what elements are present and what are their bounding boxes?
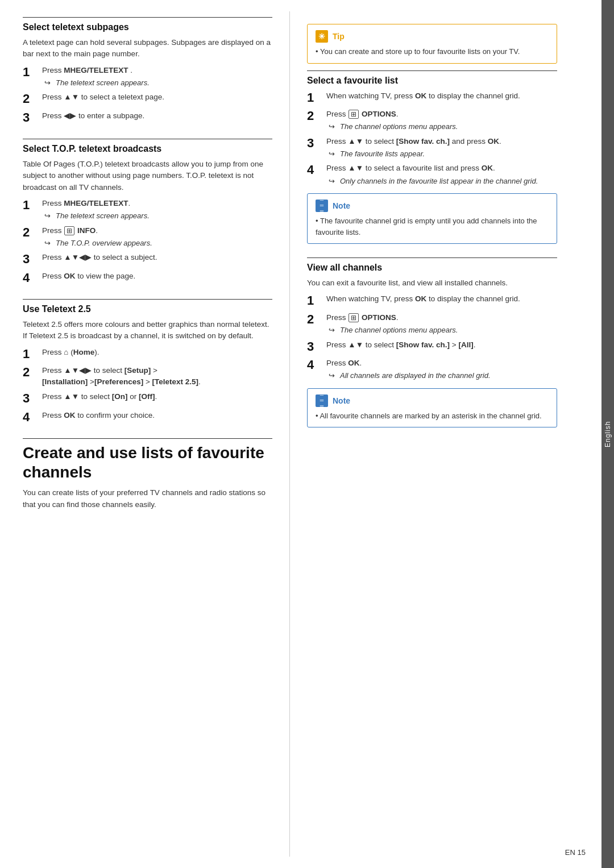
step-item: 3 Press ▲▼ to select [On] or [Off].: [23, 391, 272, 406]
key-label: MHEG/TELETEXT: [64, 66, 128, 74]
section-select-favourite-list: Select a favourite list 1 When watching …: [307, 70, 557, 244]
section-title: View all channels: [307, 263, 557, 273]
step-number: 2: [307, 312, 323, 327]
step-item: 4 Press OK. ↪ All channels are displayed…: [307, 358, 557, 381]
step-item: 4 Press OK to view the page.: [23, 271, 272, 285]
section-body: Table Of Pages (T.O.P.) teletext broadca…: [23, 159, 272, 193]
options-icon-sym: ⊞: [349, 313, 359, 322]
arrow-symbol: ↪: [329, 370, 338, 381]
tip-icon: ✳: [316, 30, 328, 43]
step-list: 1 When watching TV, press OK to display …: [307, 90, 557, 187]
key-label: OK: [482, 164, 493, 172]
arrow-text: The channel options menu appears.: [340, 121, 458, 132]
note-text: The favourite channel grid is empty unti…: [316, 217, 537, 236]
sidebar-language-label: English: [601, 0, 614, 868]
step-item: 2 Press ▲▼◀▶ to select [Setup] > [Instal…: [23, 365, 272, 388]
step-number: 3: [23, 110, 39, 125]
step-content: Press MHEG/TELETEXT. ↪ The teletext scre…: [42, 198, 272, 222]
symbol: ▲▼: [348, 340, 363, 349]
arrow-item: ↪ The favourite lists appear.: [326, 148, 557, 160]
step-item: 2 Press ⊞ OPTIONS. ↪ The channel options…: [307, 312, 557, 336]
step-content: Press ⊞ OPTIONS. ↪ The channel options m…: [326, 109, 557, 132]
key-label: OK: [415, 92, 426, 100]
divider: [307, 70, 557, 71]
note-text: All favourite channels are marked by an …: [320, 412, 541, 420]
step-content: Press ▲▼ to select [On] or [Off].: [42, 391, 272, 402]
key-label: Home: [73, 348, 95, 356]
left-column: Select teletext subpages A teletext page…: [0, 11, 290, 857]
key-label: INFO: [77, 226, 96, 235]
step-content: Press ▲▼ to select [Show fav. ch.] > [Al…: [326, 339, 557, 351]
key-label: [Off]: [139, 392, 155, 401]
arrow-item: ↪ The channel options menu appears.: [326, 325, 557, 336]
arrow-item: ↪ Only channels in the favourite list ap…: [326, 176, 557, 187]
step-content: Press OK to confirm your choice.: [42, 410, 272, 421]
step-number: 4: [23, 271, 39, 285]
note-icon: ═══: [316, 200, 328, 212]
step-number: 3: [307, 136, 323, 151]
page-container: Select teletext subpages A teletext page…: [0, 0, 614, 868]
section-create-favourite: Create and use lists of favourite channe…: [23, 438, 272, 510]
section-title: Select teletext subpages: [23, 22, 272, 32]
step-number: 2: [307, 109, 323, 123]
step-content: When watching TV, press OK to display th…: [326, 293, 557, 305]
arrow-text: The channel options menu appears.: [340, 325, 458, 336]
section-select-teletext-subpages: Select teletext subpages A teletext page…: [23, 17, 272, 125]
note-body: • The favourite channel grid is empty un…: [316, 215, 549, 238]
step-content: Press OK to view the page.: [42, 271, 272, 282]
step-content: Press ⊞ OPTIONS. ↪ The channel options m…: [326, 312, 557, 336]
step-number: 3: [307, 339, 323, 354]
home-icon: ⌂: [64, 348, 68, 356]
page-footer: EN 15: [565, 848, 586, 857]
note-body: • All favourite channels are marked by a…: [316, 410, 549, 422]
tip-box: ✳ Tip • You can create and store up to f…: [307, 24, 557, 64]
step-number: 1: [23, 198, 39, 213]
key-label: OK: [64, 411, 75, 420]
key-label: [Preferences]: [94, 377, 143, 386]
symbol: ▲▼: [348, 137, 363, 146]
step-number: 1: [23, 347, 39, 362]
divider: [23, 139, 272, 139]
step-number: 3: [23, 391, 39, 406]
key-label: [Installation]: [42, 377, 88, 386]
step-content: Press ▲▼ to select a favourite list and …: [326, 163, 557, 186]
divider: [23, 438, 272, 439]
key-label: OPTIONS: [362, 110, 396, 118]
key-label: OK: [488, 137, 499, 146]
key-label: [All]: [458, 340, 473, 349]
symbol: ▲▼: [64, 93, 79, 101]
arrow-symbol: ↪: [329, 176, 338, 187]
step-item: 4 Press OK to confirm your choice.: [23, 410, 272, 425]
step-number: 3: [23, 252, 39, 267]
arrow-text: The teletext screen appears.: [56, 77, 150, 89]
section-view-all-channels: View all channels You can exit a favouri…: [307, 258, 557, 427]
step-content: When watching TV, press OK to display th…: [326, 90, 557, 102]
section-body: A teletext page can hold several subpage…: [23, 37, 272, 60]
section-title: Use Teletext 2.5: [23, 304, 272, 314]
step-item: 2 Press ⊞ INFO. ↪ The T.O.P. overview ap…: [23, 225, 272, 249]
key-label: MHEG/TELETEXT: [64, 199, 128, 207]
step-number: 4: [23, 410, 39, 425]
arrow-text: Only channels in the favourite list appe…: [340, 176, 538, 187]
step-item: 2 Press ⊞ OPTIONS. ↪ The channel options…: [307, 109, 557, 132]
arrow-symbol: ↪: [44, 238, 53, 249]
divider: [307, 258, 557, 258]
main-content: Select teletext subpages A teletext page…: [0, 0, 601, 868]
section-body: You can create lists of your preferred T…: [23, 487, 272, 510]
step-item: 3 Press ▲▼◀▶ to select a subject.: [23, 252, 272, 267]
page-number: EN 15: [565, 848, 586, 857]
divider: [23, 299, 272, 300]
step-content: Press ▲▼◀▶ to select [Setup] > [Installa…: [42, 365, 272, 388]
note-header: ═══ Note: [316, 200, 549, 212]
step-number: 2: [23, 365, 39, 380]
key-label: [Show fav. ch.]: [396, 340, 450, 349]
tip-text: You can create and store up to four favo…: [320, 47, 520, 56]
step-item: 2 Press ▲▼ to select a teletext page.: [23, 92, 272, 106]
step-list: 1 Press MHEG/TELETEXT. ↪ The teletext sc…: [23, 198, 272, 285]
step-content: Press ◀▶ to enter a subpage.: [42, 110, 272, 122]
tip-header: ✳ Tip: [316, 30, 549, 43]
key-label: OPTIONS: [362, 313, 396, 322]
step-number: 1: [307, 90, 323, 105]
sidebar-text: English: [604, 421, 612, 447]
note-header: ═══ Note: [316, 394, 549, 407]
